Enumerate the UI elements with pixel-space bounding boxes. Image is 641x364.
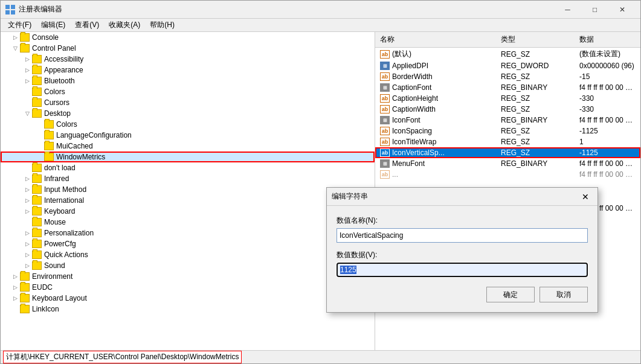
dialog-buttons: 确定 取消	[337, 287, 588, 302]
dialog-ok-button[interactable]: 确定	[486, 287, 535, 302]
dialog-data-label: 数值数据(V):	[337, 250, 588, 260]
dialog-body: 数值名称(N): 数值数据(V): 确定 取消	[327, 206, 598, 312]
modal-overlay: 编辑字符串 ✕ 数值名称(N): 数值数据(V): 确定 取消	[0, 0, 641, 364]
dialog-titlebar: 编辑字符串 ✕	[327, 188, 598, 206]
dialog-cancel-button[interactable]: 取消	[540, 287, 588, 302]
dialog-data-input[interactable]	[337, 263, 588, 277]
dialog-name-label: 数值名称(N):	[337, 216, 588, 226]
edit-string-dialog: 编辑字符串 ✕ 数值名称(N): 数值数据(V): 确定 取消	[326, 187, 598, 313]
dialog-title: 编辑字符串	[332, 191, 368, 202]
dialog-close-button[interactable]: ✕	[578, 190, 593, 203]
dialog-name-input[interactable]	[337, 228, 588, 243]
